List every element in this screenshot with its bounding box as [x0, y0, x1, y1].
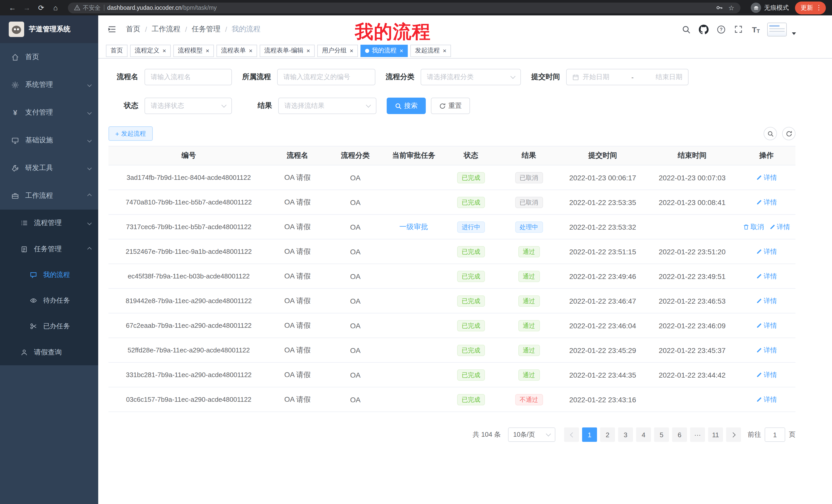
close-icon[interactable]: × — [307, 48, 310, 54]
chevron-down-icon — [87, 110, 92, 115]
detail-link[interactable]: 详情 — [756, 296, 777, 305]
close-icon[interactable]: × — [399, 48, 403, 54]
page-jumper: 前往 1 页 — [748, 427, 796, 442]
create-process-button[interactable]: + 发起流程 — [108, 127, 153, 141]
navbar-actions: ? TT — [680, 22, 796, 36]
status-select[interactable]: 请选择状态 — [145, 97, 232, 114]
process-name-input[interactable]: 请输入流程名 — [145, 69, 232, 85]
sidebar-item-todo-task[interactable]: 待办任务 — [0, 288, 98, 313]
tab-process-definition[interactable]: 流程定义× — [130, 45, 171, 57]
tab-process-form-edit[interactable]: 流程表单-编辑× — [260, 45, 315, 57]
avatar[interactable] — [767, 22, 787, 36]
page-button-11[interactable]: 11 — [708, 427, 723, 442]
page-button-2[interactable]: 2 — [600, 427, 615, 442]
reload-button[interactable]: ⟳ — [35, 2, 47, 14]
tab-user-group[interactable]: 用户分组× — [317, 45, 358, 57]
current-task-link[interactable]: 一级审批 — [399, 222, 428, 231]
sidebar-item-infra[interactable]: 基础设施 — [0, 127, 98, 154]
search-button[interactable]: 搜索 — [387, 97, 426, 114]
detail-link[interactable]: 详情 — [756, 272, 777, 281]
sidebar-item-pay[interactable]: ¥ 支付管理 — [0, 99, 98, 127]
page-button-6[interactable]: 6 — [672, 427, 687, 442]
close-icon[interactable]: × — [350, 48, 353, 54]
password-key-icon[interactable] — [716, 4, 723, 11]
breadcrumb-workflow[interactable]: 工作流程 — [152, 25, 181, 34]
edit-icon — [756, 396, 762, 402]
page-button-4[interactable]: 4 — [636, 427, 651, 442]
github-icon[interactable] — [697, 23, 710, 35]
bookmark-star-icon[interactable]: ☆ — [728, 4, 734, 11]
page-button-5[interactable]: 5 — [654, 427, 669, 442]
tab-home[interactable]: 首页 — [106, 45, 128, 57]
page-button-3[interactable]: 3 — [618, 427, 633, 442]
tab-process-model[interactable]: 流程模型× — [173, 45, 214, 57]
detail-link[interactable]: 详情 — [756, 198, 777, 207]
result-badge: 通过 — [518, 246, 540, 257]
sidebar-item-system[interactable]: 系统管理 — [0, 71, 98, 99]
sidebar-item-my-process[interactable]: 我的流程 — [0, 262, 98, 288]
more-pages-button[interactable]: ··· — [690, 427, 705, 442]
col-category: 流程分类 — [326, 151, 385, 160]
cancel-link[interactable]: 取消 — [743, 222, 764, 231]
user-menu-caret-icon[interactable] — [792, 32, 796, 35]
breadcrumb-task-mgmt[interactable]: 任务管理 — [192, 25, 220, 34]
page-button-1[interactable]: 1 — [582, 427, 597, 442]
reset-button[interactable]: 重置 — [431, 97, 470, 114]
table-row: 7317cec6-7b9b-11ec-b5b7-acde48001122 OA … — [108, 215, 796, 240]
close-icon[interactable]: × — [206, 48, 209, 54]
sidebar-collapse-button[interactable] — [106, 24, 118, 35]
tool-icon — [11, 164, 20, 172]
sidebar-item-task-mgmt[interactable]: 任务管理 — [0, 236, 98, 262]
browser-update-menu-button[interactable]: 更新 ⋮ — [795, 1, 826, 14]
list-icon — [20, 219, 28, 226]
tab-start-process[interactable]: 发起流程× — [410, 45, 451, 57]
help-icon[interactable]: ? — [715, 23, 727, 35]
detail-link[interactable]: 详情 — [769, 222, 790, 231]
detail-link[interactable]: 详情 — [756, 345, 777, 355]
fullscreen-icon[interactable] — [732, 23, 745, 35]
result-select[interactable]: 请选择流结果 — [278, 97, 376, 114]
status-badge: 已完成 — [457, 172, 485, 183]
font-size-icon[interactable]: TT — [750, 23, 762, 35]
detail-link[interactable]: 详情 — [756, 247, 777, 256]
sidebar-item-leave-query[interactable]: 请假查询 — [0, 339, 98, 365]
sidebar-item-devtool[interactable]: 研发工具 — [0, 154, 98, 182]
goto-page-input[interactable]: 1 — [765, 427, 785, 442]
back-button[interactable]: ← — [6, 2, 19, 14]
sidebar-menu: 首页 系统管理 ¥ 支付管理 基础设施 — [0, 43, 98, 504]
not-secure-warning[interactable]: 不安全 — [74, 4, 101, 11]
detail-link[interactable]: 详情 — [756, 370, 777, 380]
result-badge: 已取消 — [515, 172, 543, 183]
search-icon — [395, 103, 401, 109]
detail-link[interactable]: 详情 — [756, 321, 777, 330]
date-range-picker[interactable]: 开始日期 - 结束日期 — [566, 69, 688, 85]
refresh-table-button[interactable] — [782, 127, 796, 140]
close-icon[interactable]: × — [162, 48, 166, 54]
plus-icon: + — [115, 130, 119, 137]
result-label: 结果 — [242, 101, 272, 110]
sidebar-item-home[interactable]: 首页 — [0, 43, 98, 71]
process-label: 所属流程 — [242, 73, 271, 82]
detail-link[interactable]: 详情 — [756, 173, 777, 182]
detail-link[interactable]: 详情 — [756, 395, 777, 404]
home-button[interactable]: ⌂ — [49, 2, 62, 14]
process-definition-input[interactable]: 请输入流程定义的编号 — [277, 69, 375, 85]
search-icon[interactable] — [680, 23, 692, 35]
sidebar-item-workflow[interactable]: 工作流程 — [0, 182, 98, 209]
close-icon[interactable]: × — [443, 48, 446, 54]
page-size-select[interactable]: 10条/页 — [508, 427, 555, 442]
prev-page-button[interactable] — [564, 427, 579, 442]
category-select[interactable]: 请选择流程分类 — [421, 69, 521, 85]
forward-button[interactable]: → — [21, 2, 33, 14]
tab-my-process[interactable]: 我的流程× — [361, 45, 408, 57]
tab-process-form[interactable]: 流程表单× — [216, 45, 257, 57]
sidebar-item-process-mgmt[interactable]: 流程管理 — [0, 209, 98, 236]
result-badge: 通过 — [518, 295, 540, 306]
next-page-button[interactable] — [726, 427, 741, 442]
hamburger-icon — [107, 25, 117, 34]
address-bar[interactable]: 不安全 dashboard.yudao.iocoder.cn/bpm/task/… — [68, 2, 740, 13]
hide-search-toggle-button[interactable] — [763, 127, 777, 140]
close-icon[interactable]: × — [249, 48, 253, 54]
breadcrumb-home[interactable]: 首页 — [126, 25, 140, 34]
sidebar-item-done-task[interactable]: 已办任务 — [0, 313, 98, 339]
